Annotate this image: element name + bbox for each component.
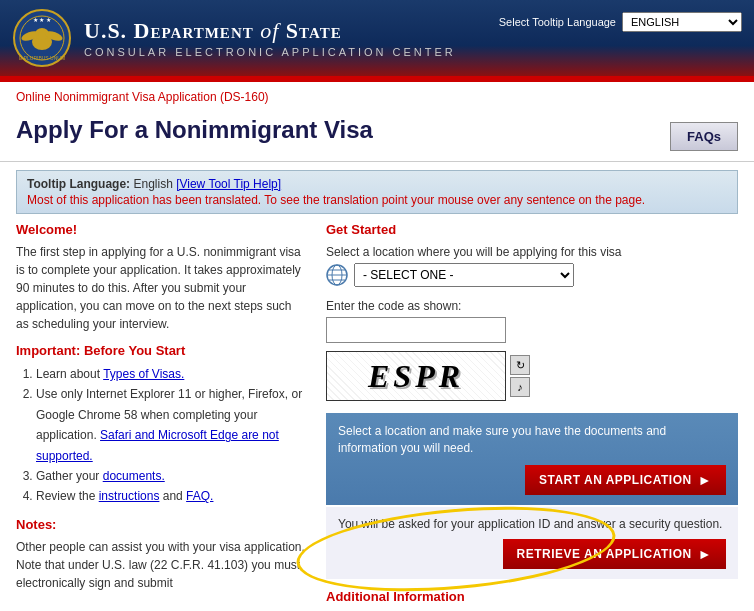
svg-text:★ ★ ★: ★ ★ ★ (33, 17, 51, 23)
retrieve-application-button[interactable]: RETRIEVE AN APPLICATION ► (503, 539, 726, 569)
types-of-visas-link[interactable]: Types of Visas. (103, 367, 184, 381)
list-item: Gather your documents. (36, 466, 306, 486)
page-title: Apply For a Nonimmigrant Visa (16, 116, 373, 144)
captcha-image: ESPR (326, 351, 506, 401)
tooltip-language: English (133, 177, 172, 191)
page-header: ★ ★ ★ E PLURIBUS UNUM U.S. Department of… (0, 0, 754, 76)
location-row: - SELECT ONE - (326, 263, 738, 287)
before-start-list: Learn about Types of Visas. Use only Int… (16, 364, 306, 507)
captcha-refresh-button[interactable]: ↻ (510, 355, 530, 375)
captcha-label: Enter the code as shown: (326, 299, 738, 313)
faq-link[interactable]: FAQ. (186, 489, 213, 503)
tooltip-line1: Tooltip Language: English [View Tool Tip… (27, 177, 727, 191)
tooltip-bar: Tooltip Language: English [View Tool Tip… (16, 170, 738, 214)
safari-edge-link[interactable]: Safari and Microsoft Edge are not suppor… (36, 428, 279, 462)
right-column: Get Started Select a location where you … (326, 222, 738, 611)
important-heading: Important: Before You Start (16, 343, 306, 358)
retrieve-btn-row: RETRIEVE AN APPLICATION ► (338, 539, 726, 569)
documents-link[interactable]: documents. (103, 469, 165, 483)
globe-icon (326, 264, 348, 286)
captcha-audio-button[interactable]: ♪ (510, 377, 530, 397)
start-application-button[interactable]: START AN APPLICATION ► (525, 465, 726, 495)
header-title-block: U.S. Department of State CONSULAR ELECTR… (84, 18, 456, 58)
view-tooltip-help-link[interactable]: [View Tool Tip Help] (176, 177, 281, 191)
left-column: Welcome! The first step in applying for … (16, 222, 326, 611)
breadcrumb: Online Nonimmigrant Visa Application (DS… (0, 82, 754, 112)
instructions-link[interactable]: instructions (99, 489, 160, 503)
get-started-heading: Get Started (326, 222, 738, 237)
svg-text:E PLURIBUS UNUM: E PLURIBUS UNUM (19, 55, 65, 61)
page-title-bar: Apply For a Nonimmigrant Visa FAQs (0, 112, 754, 162)
breadcrumb-link[interactable]: Online Nonimmigrant Visa Application (DS… (16, 90, 269, 104)
captcha-icons: ↻ ♪ (510, 355, 530, 397)
faq-button[interactable]: FAQs (670, 122, 738, 151)
location-label: Select a location where you will be appl… (326, 245, 738, 259)
language-select[interactable]: ENGLISH SPANISH FRENCH PORTUGUESE CHINES… (622, 12, 742, 32)
retrieve-btn-label: RETRIEVE AN APPLICATION (517, 547, 692, 561)
additional-info-section: Additional Information (326, 579, 738, 604)
additional-info-heading: Additional Information (326, 589, 738, 604)
welcome-text: The first step in applying for a U.S. no… (16, 243, 306, 333)
list-item: Use only Internet Explorer 11 or higher,… (36, 384, 306, 466)
start-arrow-icon: ► (698, 472, 712, 488)
dept-subtitle: CONSULAR ELECTRONIC APPLICATION CENTER (84, 46, 456, 58)
info-box-text: Select a location and make sure you have… (338, 423, 726, 457)
retrieve-text: You will be asked for your application I… (338, 517, 726, 531)
captcha-input[interactable] (326, 317, 506, 343)
language-label: Select Tooltip Language (499, 16, 616, 28)
start-btn-label: START AN APPLICATION (539, 473, 692, 487)
captcha-image-row: ESPR ↻ ♪ (326, 351, 738, 401)
welcome-heading: Welcome! (16, 222, 306, 237)
dept-name: U.S. Department of State (84, 18, 456, 44)
info-box: Select a location and make sure you have… (326, 413, 738, 505)
notes-text: Other people can assist you with your vi… (16, 538, 306, 592)
location-select[interactable]: - SELECT ONE - (354, 263, 574, 287)
main-content: Welcome! The first step in applying for … (0, 222, 754, 611)
retrieve-section: You will be asked for your application I… (326, 507, 738, 579)
tooltip-label: Tooltip Language: (27, 177, 130, 191)
start-btn-row: START AN APPLICATION ► (338, 465, 726, 495)
retrieve-arrow-icon: ► (698, 546, 712, 562)
notes-heading: Notes: (16, 517, 306, 532)
language-selector-area: Select Tooltip Language ENGLISH SPANISH … (499, 12, 742, 32)
us-seal: ★ ★ ★ E PLURIBUS UNUM (12, 8, 72, 68)
list-item: Review the instructions and FAQ. (36, 486, 306, 506)
translation-note: Most of this application has been transl… (27, 193, 727, 207)
captcha-text: ESPR (368, 358, 464, 395)
list-item: Learn about Types of Visas. (36, 364, 306, 384)
